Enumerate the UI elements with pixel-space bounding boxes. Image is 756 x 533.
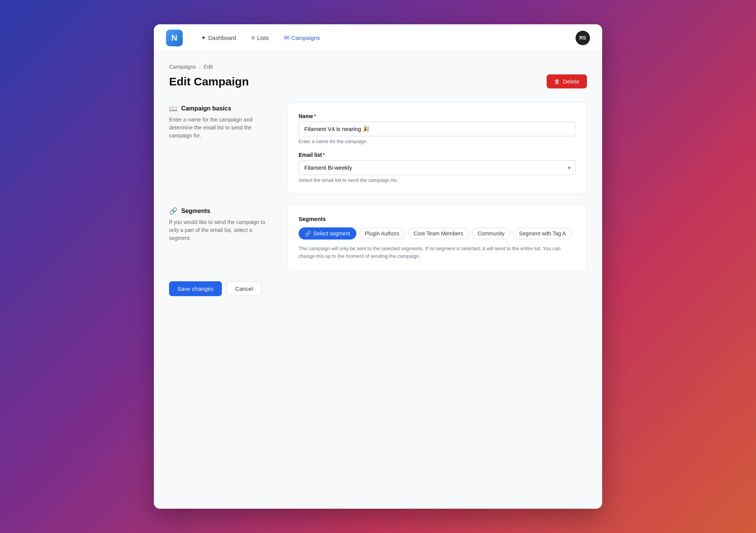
segments-icon: 🔗 xyxy=(169,207,177,215)
breadcrumb-edit: Edit xyxy=(204,64,213,70)
name-label: Name* xyxy=(299,113,576,119)
app-logo[interactable]: N xyxy=(166,30,183,46)
user-avatar[interactable]: RS xyxy=(576,31,590,45)
segment-tag-plugin-authors[interactable]: Plugin Authors xyxy=(359,228,405,239)
email-list-help: Select the email list to send the campai… xyxy=(299,177,576,183)
campaign-basics-section: 📖 Campaign basics Enter a name for the c… xyxy=(169,102,587,194)
breadcrumb-campaigns[interactable]: Campaigns xyxy=(169,64,196,70)
segments-desc: If you would like to send the campaign t… xyxy=(169,218,275,242)
breadcrumb-separator: › xyxy=(199,64,201,70)
email-list-select[interactable]: Filament Bi-weekly Filament Weekly Filam… xyxy=(299,160,576,175)
dashboard-icon: ✦ xyxy=(201,34,206,41)
email-list-label: Email list* xyxy=(299,152,576,158)
page-header: Edit Campaign 🗑 Delete xyxy=(169,74,587,88)
segment-tag-core-team[interactable]: Core Team Members xyxy=(408,228,469,239)
select-segment-button[interactable]: 🔗 Select segment xyxy=(299,227,356,240)
nav-items: ✦ Dashboard ≡ Lists ✉ Campaigns xyxy=(195,31,576,44)
app-window: N ✦ Dashboard ≡ Lists ✉ Campaigns RS Cam… xyxy=(154,24,602,509)
segment-tag-community[interactable]: Community xyxy=(472,228,510,239)
campaigns-icon: ✉ xyxy=(284,34,289,41)
segment-tag-with-tag-a[interactable]: Segment with Tag A xyxy=(513,228,571,239)
nav-lists[interactable]: ≡ Lists xyxy=(245,32,275,44)
link-icon: 🔗 xyxy=(305,230,311,237)
name-help: Enter a name for the campaign. xyxy=(299,139,576,144)
top-nav: N ✦ Dashboard ≡ Lists ✉ Campaigns RS xyxy=(154,24,602,52)
segments-note: The campaign will only be sent to the se… xyxy=(299,245,576,260)
campaign-basics-desc: Enter a name for the campaign and determ… xyxy=(169,116,275,140)
nav-campaigns[interactable]: ✉ Campaigns xyxy=(278,31,326,44)
form-actions: Save changes Cancel xyxy=(169,281,587,296)
segments-label: 🔗 Segments If you would like to send the… xyxy=(169,205,275,271)
campaign-basics-label: 📖 Campaign basics Enter a name for the c… xyxy=(169,102,275,194)
segments-row: 🔗 Select segment Plugin Authors Core Tea… xyxy=(299,227,576,240)
name-input[interactable] xyxy=(299,121,576,136)
lists-icon: ≡ xyxy=(251,35,255,41)
delete-button[interactable]: 🗑 Delete xyxy=(547,74,587,88)
breadcrumb: Campaigns › Edit xyxy=(169,64,587,70)
campaign-basics-card: Name* Enter a name for the campaign. Ema… xyxy=(288,102,587,194)
email-list-field-group: Email list* Filament Bi-weekly Filament … xyxy=(299,152,576,183)
email-list-select-wrapper: Filament Bi-weekly Filament Weekly Filam… xyxy=(299,160,576,175)
main-content: Campaigns › Edit Edit Campaign 🗑 Delete … xyxy=(154,52,602,509)
trash-icon: 🗑 xyxy=(554,78,560,85)
page-title: Edit Campaign xyxy=(169,75,249,88)
cancel-button[interactable]: Cancel xyxy=(226,281,262,296)
name-field-group: Name* Enter a name for the campaign. xyxy=(299,113,576,144)
segments-card: Segments 🔗 Select segment Plugin Authors… xyxy=(288,205,587,271)
save-button[interactable]: Save changes xyxy=(169,281,222,296)
book-icon: 📖 xyxy=(169,104,177,113)
nav-dashboard[interactable]: ✦ Dashboard xyxy=(195,31,242,44)
segments-section: 🔗 Segments If you would like to send the… xyxy=(169,205,587,271)
segments-card-title: Segments xyxy=(299,216,576,222)
